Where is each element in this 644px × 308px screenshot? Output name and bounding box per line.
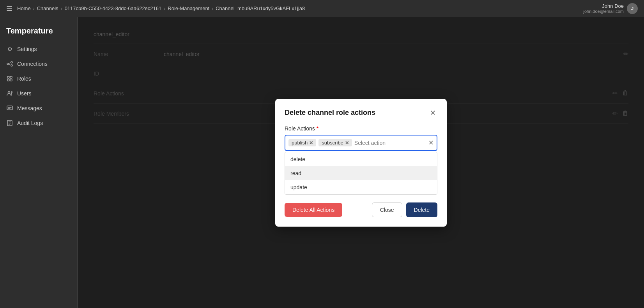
sidebar: Temperature ⚙ Settings Connections [0, 17, 78, 308]
sidebar-item-connections[interactable]: Connections [0, 56, 78, 71]
multi-select-container[interactable]: publish ✕ subscribe ✕ ✕ [285, 135, 437, 151]
dropdown-item-update[interactable]: update [285, 180, 437, 194]
sidebar-label-audit-logs: Audit Logs [17, 120, 43, 126]
breadcrumb-channel-id[interactable]: 0117cb9b-C550-4423-8ddc-6aa622ec2161 [65, 5, 162, 11]
svg-point-0 [7, 63, 9, 65]
modal-header: Delete channel role actions ✕ [285, 108, 437, 118]
sidebar-item-messages[interactable]: Messages [0, 101, 78, 116]
tag-publish: publish ✕ [288, 139, 316, 146]
action-dropdown: delete read update [285, 152, 437, 195]
svg-rect-7 [7, 79, 9, 81]
sidebar-item-users[interactable]: Users [0, 86, 78, 101]
svg-line-3 [9, 63, 11, 64]
breadcrumb-channels[interactable]: Channels [37, 5, 58, 11]
role-actions-field: Role Actions * publish ✕ subscribe ✕ [285, 125, 437, 195]
roles-icon [6, 75, 13, 82]
breadcrumb-home[interactable]: Home [17, 5, 31, 11]
users-icon [6, 90, 13, 97]
dropdown-item-read[interactable]: read [285, 166, 437, 180]
svg-rect-8 [10, 79, 12, 81]
tag-publish-label: publish [292, 140, 308, 146]
svg-point-10 [11, 92, 12, 93]
breadcrumb-role-management[interactable]: Role-Management [168, 5, 209, 11]
connections-icon [6, 60, 13, 67]
gear-icon: ⚙ [6, 46, 13, 53]
svg-rect-6 [10, 76, 12, 78]
modal-overlay: Delete channel role actions ✕ Role Actio… [78, 17, 644, 308]
user-name: John Doe [584, 3, 624, 9]
user-email: john.doe@email.com [584, 9, 624, 14]
audit-icon [6, 120, 13, 127]
breadcrumb-sep-4: › [212, 6, 213, 11]
sidebar-item-settings[interactable]: ⚙ Settings [0, 42, 78, 56]
sidebar-label-connections: Connections [17, 61, 48, 67]
user-details: John Doe john.doe@email.com [584, 3, 624, 14]
tag-subscribe-remove[interactable]: ✕ [345, 141, 349, 145]
menu-icon[interactable]: ☰ [6, 4, 12, 13]
role-actions-label-text: Role Actions [285, 125, 315, 132]
tag-publish-remove[interactable]: ✕ [309, 141, 313, 145]
breadcrumb-sep-1: › [33, 6, 35, 11]
modal-footer: Delete All Actions Close Delete [285, 202, 437, 217]
delete-button[interactable]: Delete [406, 202, 437, 217]
svg-point-2 [11, 65, 12, 66]
modal-dialog: Delete channel role actions ✕ Role Actio… [275, 99, 447, 227]
top-nav: ☰ Home › Channels › 0117cb9b-C550-4423-8… [0, 0, 644, 17]
app-container: ☰ Home › Channels › 0117cb9b-C550-4423-8… [0, 0, 644, 308]
delete-all-actions-button[interactable]: Delete All Actions [285, 203, 342, 217]
sidebar-title: Temperature [0, 23, 78, 42]
sidebar-item-roles[interactable]: Roles [0, 71, 78, 86]
required-star: * [317, 125, 318, 132]
sidebar-label-settings: Settings [17, 46, 37, 52]
tag-subscribe-label: subscribe [322, 140, 343, 146]
sidebar-item-audit-logs[interactable]: Audit Logs [0, 116, 78, 130]
avatar: J [627, 3, 638, 14]
tag-subscribe: subscribe ✕ [318, 139, 352, 146]
svg-rect-5 [7, 76, 9, 78]
sidebar-label-messages: Messages [17, 105, 42, 111]
breadcrumb-sep-3: › [164, 6, 165, 11]
dropdown-item-delete[interactable]: delete [285, 152, 437, 166]
modal-title: Delete channel role actions [285, 109, 375, 117]
breadcrumb: Home › Channels › 0117cb9b-C550-4423-8dd… [17, 5, 305, 11]
sidebar-label-users: Users [17, 90, 32, 97]
breadcrumb-channel-name[interactable]: Channel_mbu9ARu1xdy5vGkAFLx1jja8 [216, 5, 305, 11]
action-search-input[interactable] [354, 140, 426, 146]
main-content: channel_editor Name channel_editor ✏ ID … [78, 17, 644, 308]
svg-point-9 [8, 92, 10, 93]
modal-right-buttons: Close Delete [372, 202, 437, 217]
svg-point-1 [11, 62, 12, 63]
content-area: Temperature ⚙ Settings Connections [0, 17, 644, 308]
sidebar-label-roles: Roles [17, 76, 31, 82]
svg-line-4 [9, 64, 11, 65]
svg-rect-11 [7, 106, 12, 110]
breadcrumb-sep-2: › [61, 6, 62, 11]
modal-close-button[interactable]: ✕ [428, 108, 437, 118]
user-info: John Doe john.doe@email.com J [584, 3, 638, 14]
messages-icon [6, 105, 13, 112]
close-button[interactable]: Close [372, 202, 402, 217]
clear-all-tags-button[interactable]: ✕ [428, 139, 433, 146]
role-actions-form-label: Role Actions * [285, 125, 437, 132]
